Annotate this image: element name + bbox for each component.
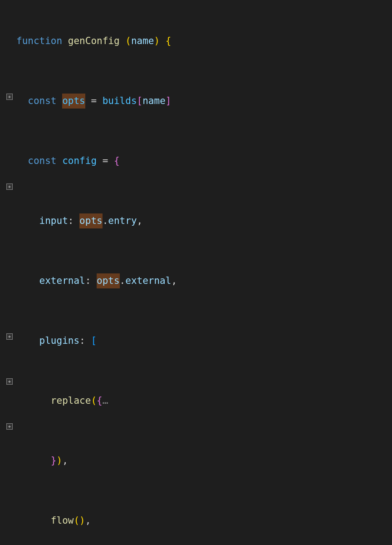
fold-icon[interactable]: + (6, 333, 13, 340)
code-line[interactable]: const config = { (16, 154, 392, 168)
code-line[interactable]: input: opts.entry, (16, 213, 392, 228)
code-line[interactable]: flow(), (16, 513, 392, 528)
fold-icon[interactable]: + (6, 94, 13, 100)
fold-icon[interactable]: + (6, 423, 13, 430)
code-line[interactable]: external: opts.external, (16, 273, 392, 288)
code-line[interactable]: }), (16, 453, 392, 468)
fold-icon[interactable]: + (6, 183, 13, 190)
code-line[interactable]: plugins: [ (16, 333, 392, 348)
code-line[interactable]: const opts = builds[name] (16, 94, 392, 109)
fold-icon[interactable]: + (6, 378, 13, 385)
code-line[interactable]: function genConfig (name) { (16, 34, 392, 49)
code-line[interactable]: replace({… (16, 393, 392, 408)
code-area[interactable]: function genConfig (name) { const opts =… (16, 0, 392, 545)
code-editor: + + + + + function genConfig (name) { co… (0, 0, 392, 545)
gutter: + + + + + (0, 0, 16, 545)
